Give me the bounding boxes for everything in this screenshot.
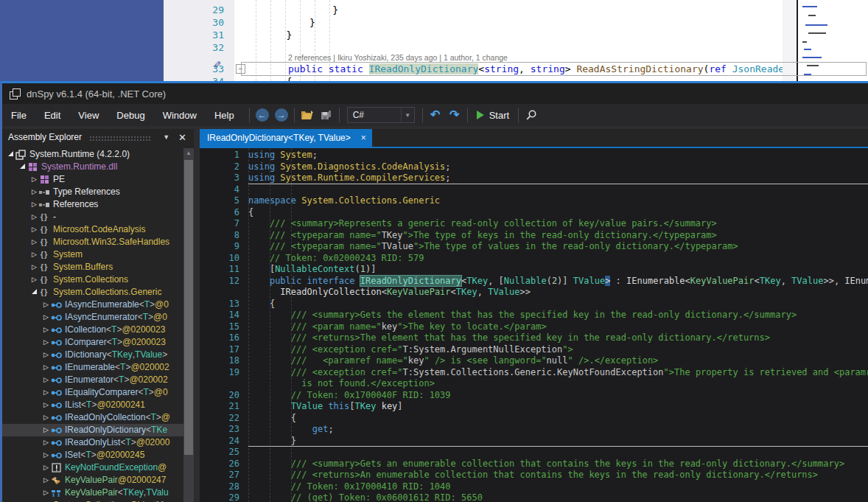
expander-collapsed-icon[interactable]: ▷ [42,411,50,424]
code-line[interactable]: 4 [200,184,868,196]
tree-item[interactable]: ▷ICollection<T> @0200023 [2,324,183,336]
tree-item[interactable]: ▷{}System.Collections [2,273,183,286]
code-view[interactable]: 1using System;2using System.Diagnostics.… [200,148,868,502]
menu-view[interactable]: View [69,107,108,124]
code-line[interactable]: 24 } [200,436,868,447]
menu-window[interactable]: Window [154,107,206,124]
tree-item[interactable]: ▷Type References [2,186,183,198]
panel-menu-caret-icon[interactable]: ▼ [157,133,175,141]
code-line[interactable]: 18 /// <paramref name="key" /> is <see l… [200,355,868,367]
expander-collapsed-icon[interactable]: ▷ [30,173,38,186]
expander-collapsed-icon[interactable]: ▷ [42,311,50,324]
menu-help[interactable]: Help [206,107,243,124]
tree-item[interactable]: System.Runtime.dll [2,161,183,173]
expander-collapsed-icon[interactable]: ▷ [30,186,38,198]
start-button[interactable]: Start [471,110,515,121]
menu-edit[interactable]: Edit [35,107,69,124]
expander-collapsed-icon[interactable]: ▷ [30,223,38,236]
tree-item[interactable]: ▷IReadOnlyCollection<T> @ [2,411,183,424]
code-line[interactable]: 1using System; [200,150,868,161]
scroll-up-icon[interactable]: ▲ [183,150,194,156]
expander-collapsed-icon[interactable]: ▷ [42,399,50,411]
tree-item[interactable]: ▷{}System.Buffers [2,261,183,273]
code-line[interactable]: 20 // Token: 0x1700040F RID: 1039 [200,390,868,402]
explorer-scrollbar-thumb[interactable] [184,160,193,455]
code-line[interactable]: 10 // Token: 0x02000243 RID: 579 [200,253,868,265]
tree-item[interactable]: ▷IComparer<T> @0200023 [2,336,183,349]
tree-item[interactable]: ▷IEqualityComparer<T> @0 [2,386,183,399]
tree-item[interactable]: ▷IReadOnlyList<T> @02000 [2,436,183,449]
code-line[interactable]: is not found.</exception> [200,378,868,390]
code-line[interactable]: 13 { [200,299,868,310]
chevron-down-icon[interactable]: ▼ [401,108,414,122]
expander-collapsed-icon[interactable]: ▷ [42,299,50,311]
tab-close-icon[interactable]: × [361,133,366,143]
tree-item[interactable]: ▷{}Microsoft.Win32.SafeHandles [2,236,183,248]
expander-collapsed-icon[interactable]: ▷ [42,374,50,386]
panel-splitter[interactable] [194,129,200,502]
code-line[interactable]: 22 { [200,413,868,425]
open-file-button[interactable] [298,106,317,124]
menu-file[interactable]: File [2,107,35,124]
expander-collapsed-icon[interactable]: ▷ [30,198,38,211]
menu-debug[interactable]: Debug [108,107,153,124]
expander-collapsed-icon[interactable]: ▷ [42,336,50,349]
expander-collapsed-icon[interactable]: ▷ [42,436,50,449]
code-line[interactable]: } [240,29,292,41]
expander-collapsed-icon[interactable]: ▷ [30,211,38,223]
code-line[interactable]: 8 /// <typeparam name="TKey">The type of… [200,230,868,242]
title-bar[interactable]: dnSpy v6.1.4 (64-bit, .NET Core) [2,83,868,104]
code-line[interactable]: 11 [NullableContext(1)] [200,264,868,276]
tree-item[interactable]: ▷{}System.Collections.ObjectM [2,499,183,502]
expander-collapsed-icon[interactable]: ▷ [42,461,50,474]
save-all-button[interactable] [317,106,336,124]
tree-item[interactable]: {}System.Collections.Generic [2,286,183,299]
tree-item[interactable]: ▷IDictionary<TKey, TValue> [2,349,183,361]
tree-item[interactable]: ▷ISet<T> @02000245 [2,449,183,461]
tree-item[interactable]: System.Runtime (4.2.2.0) [2,148,183,161]
panel-close-icon[interactable]: ✕ [175,132,189,143]
expander-collapsed-icon[interactable]: ▷ [42,324,50,336]
code-line[interactable]: 14 /// <summary>Gets the element that ha… [200,310,868,321]
tree-item[interactable]: ▷IAsyncEnumerator<T> @0 [2,311,183,324]
code-line[interactable]: IReadOnlyCollection<KeyValuePair<TKey, T… [200,287,868,299]
tree-item[interactable]: ▷KeyNotFoundException @ [2,461,183,474]
tree-item[interactable]: ▷References [2,198,183,211]
code-line[interactable]: 15 /// <param name="key">The key to loca… [200,321,868,333]
code-line[interactable]: 6{ [200,207,868,219]
code-line[interactable]: 2using System.Diagnostics.CodeAnalysis; [200,161,868,173]
tree-item[interactable]: ▷{}- [2,211,183,223]
language-select[interactable]: C# ▼ [347,107,415,123]
expander-collapsed-icon[interactable]: ▷ [30,236,38,248]
code-line[interactable]: 9 /// <typeparam name="TValue">The type … [200,241,868,253]
expander-collapsed-icon[interactable]: ▷ [30,273,38,286]
search-button[interactable] [522,106,541,124]
code-line[interactable]: 16 /// <returns>The element that has the… [200,332,868,344]
expander-collapsed-icon[interactable]: ▷ [30,248,38,261]
expander-collapsed-icon[interactable]: ▷ [42,449,50,461]
tree-item[interactable]: ▷IEnumerator<T> @020002 [2,374,183,386]
expander-collapsed-icon[interactable]: ▷ [42,474,50,487]
navigate-forward-button[interactable]: → [272,106,291,124]
expander-collapsed-icon[interactable]: ▷ [42,386,50,399]
tree-item[interactable]: ▷IList<T> @02000241 [2,399,183,411]
tree-item-selected[interactable]: ▷IReadOnlyDictionary<TKe [2,424,183,436]
code-line[interactable]: 5namespace System.Collections.Generic [200,195,868,207]
code-line[interactable]: 12 public interface IReadOnlyDictionary<… [200,276,868,287]
expander-expanded-icon[interactable] [30,286,38,299]
expander-collapsed-icon[interactable]: ▷ [42,361,50,374]
expander-collapsed-icon[interactable]: ▷ [42,487,50,499]
tree-item[interactable]: ▷KeyValuePair<TKey, TValu [2,487,183,499]
explorer-scrollbar[interactable]: ▲ [183,148,194,502]
tab-ireadonlydictionary[interactable]: IReadOnlyDictionary<TKey, TValue> × [200,129,372,147]
tree-item[interactable]: ▷IEnumerable<T> @020002 [2,361,183,374]
code-line[interactable]: 28 // Token: 0x17000410 RID: 1040 [200,481,868,493]
code-line[interactable]: 17 /// <exception cref="T:System.Argumen… [200,344,868,356]
assembly-explorer-header[interactable]: Assembly Explorer ▼ ✕ [2,129,194,145]
redo-button[interactable]: ↷ [445,106,464,124]
tree-item[interactable]: ▷KeyValuePair @02000247 [2,474,183,487]
expander-collapsed-icon[interactable]: ▷ [42,424,50,436]
code-line[interactable]: 23 get; [200,424,868,436]
expander-collapsed-icon[interactable]: ▷ [30,261,38,273]
expander-collapsed-icon[interactable]: ▷ [42,349,50,361]
